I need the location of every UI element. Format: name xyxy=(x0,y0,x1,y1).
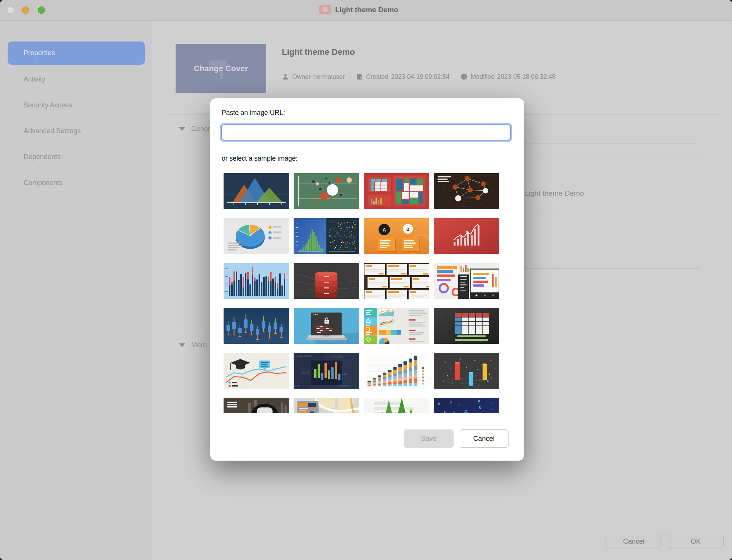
svg-text:8: 8 xyxy=(478,399,480,403)
meta-row: Owner normaluser Created 2023-04-19 09:0… xyxy=(282,72,556,81)
sample-image-number-matrix[interactable]: 6581545966989 xyxy=(434,398,499,413)
svg-text:6: 6 xyxy=(438,401,440,405)
more-section-toggle[interactable]: More xyxy=(179,341,207,349)
sample-image-candlestick-chart[interactable] xyxy=(224,308,289,344)
sample-image-laptop-security[interactable] xyxy=(294,308,359,344)
sidebar-item-activity[interactable]: Activity xyxy=(8,72,145,87)
select-sample-label: or select a sample image: xyxy=(222,155,297,163)
sample-image-education-trend[interactable] xyxy=(224,353,289,389)
svg-text:6: 6 xyxy=(479,406,481,410)
person-icon xyxy=(282,73,289,80)
file-created-icon xyxy=(356,73,363,80)
sample-image-stacked-growth[interactable] xyxy=(364,353,429,389)
svg-text:5: 5 xyxy=(458,404,460,407)
svg-text:874,986.0: 874,986.0 xyxy=(339,385,350,388)
document-icon xyxy=(319,5,331,14)
meta-divider xyxy=(350,72,350,81)
titlebar: Light theme Demo xyxy=(0,0,732,21)
chevron-down-icon xyxy=(179,343,185,347)
modified-label: Modified xyxy=(471,73,494,80)
sample-image-histogram-heatmap[interactable] xyxy=(294,218,359,254)
window-title: Light theme Demo xyxy=(335,6,398,14)
change-cover-label: Change Cover xyxy=(194,64,248,73)
svg-text:1: 1 xyxy=(491,401,493,405)
svg-text:B: B xyxy=(406,227,409,231)
sample-image-mountain-area-chart[interactable] xyxy=(224,173,289,209)
url-label: Paste an image URL: xyxy=(222,109,285,117)
owner-value: normaluser xyxy=(313,73,345,80)
sample-image-report-tiles[interactable] xyxy=(364,308,429,344)
minimize-window-button[interactable] xyxy=(22,6,29,14)
clock-icon xyxy=(460,73,468,80)
svg-text:A: A xyxy=(383,227,386,233)
meta-divider xyxy=(455,72,455,81)
svg-text:6.35: 6.35 xyxy=(294,385,300,388)
svg-text:9: 9 xyxy=(453,411,455,413)
sample-image-tree-bars[interactable] xyxy=(364,398,429,413)
window-cancel-button[interactable]: Cancel xyxy=(606,534,662,549)
close-window-button[interactable] xyxy=(7,6,14,14)
svg-text:5: 5 xyxy=(450,400,452,404)
sidebar: PropertiesActivitySecurity AccessAdvance… xyxy=(0,21,152,560)
sample-image-bar-line-red[interactable] xyxy=(434,218,499,254)
sample-image-stacked-columns[interactable] xyxy=(224,263,289,299)
owner-label: Owner xyxy=(292,73,311,80)
sidebar-item-properties[interactable]: Properties xyxy=(8,41,145,65)
zoom-window-button[interactable] xyxy=(38,6,45,14)
sample-image-ab-comparison[interactable]: A B xyxy=(364,218,429,254)
change-cover-button[interactable]: Change Cover xyxy=(176,44,266,93)
sidebar-item-dependents[interactable]: Dependents xyxy=(8,149,145,164)
sample-image-treemap-dashboard[interactable] xyxy=(364,173,429,209)
chevron-down-icon xyxy=(179,127,185,131)
svg-text:6: 6 xyxy=(464,409,468,413)
sample-image-dark-gauge[interactable] xyxy=(224,398,289,413)
sample-image-bubble-scatter-chart[interactable] xyxy=(294,173,359,209)
svg-text:5: 5 xyxy=(444,410,447,413)
window-ok-button[interactable]: OK xyxy=(668,534,724,549)
svg-text:12,763,876.87: 12,763,876.87 xyxy=(295,354,312,357)
sample-image-cylinder-radar[interactable] xyxy=(434,353,499,389)
change-cover-dialog: Paste an image URL: or select a sample i… xyxy=(210,98,524,461)
cancel-button[interactable]: Cancel xyxy=(459,429,509,448)
sample-image-analytics-dashboard[interactable] xyxy=(434,263,499,299)
background-name-value: Light theme Demo xyxy=(525,189,584,198)
created-label: Created xyxy=(366,73,388,80)
page-title: Light theme Demo xyxy=(282,47,355,57)
sample-image-pie-chart-3d[interactable] xyxy=(224,218,289,254)
sample-image-data-table-dark[interactable] xyxy=(434,308,499,344)
sidebar-item-security-access[interactable]: Security Access xyxy=(8,97,145,113)
image-url-input[interactable] xyxy=(221,124,511,140)
app-window: Light theme Demo PropertiesActivitySecur… xyxy=(0,0,732,560)
save-button[interactable]: Save xyxy=(404,429,454,448)
sidebar-item-components[interactable]: Components xyxy=(8,175,145,190)
svg-text:4: 4 xyxy=(492,407,494,411)
svg-text:176,298,3: 176,298,3 xyxy=(332,355,344,358)
sidebar-item-advanced-settings[interactable]: Advanced Settings xyxy=(8,123,145,139)
sample-image-grid: A B xyxy=(224,173,499,413)
more-section-label: More xyxy=(191,341,207,349)
sample-image-database-stack[interactable] xyxy=(294,263,359,299)
sample-image-floating-bars[interactable]: 12,763,876.87 176,298,3 398,23 34,389,46… xyxy=(294,353,359,389)
sample-image-kanban-cards[interactable] xyxy=(364,263,429,299)
modified-value: 2023-05-18 06:32:48 xyxy=(497,73,555,80)
sample-image-network-graph[interactable] xyxy=(434,173,499,209)
created-value: 2023-04-19 09:02:54 xyxy=(391,73,449,80)
svg-text:398,23: 398,23 xyxy=(301,371,310,374)
sample-image-map-panel[interactable] xyxy=(294,398,359,413)
